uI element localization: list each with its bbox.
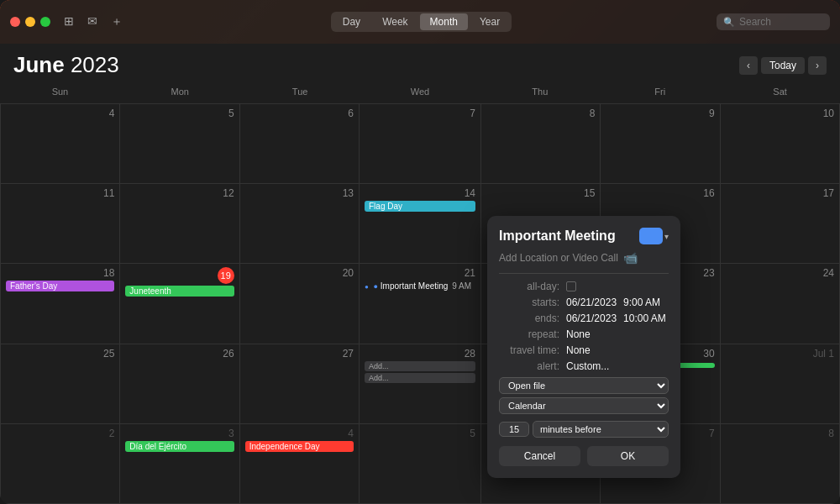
calendar-select[interactable]: Calendar xyxy=(499,397,669,414)
popup-allday-label: all-day: xyxy=(499,281,559,292)
cell-june-6[interactable]: 6 xyxy=(240,104,360,184)
cell-june-4[interactable]: 4 xyxy=(1,104,120,184)
popup-cancel-button[interactable]: Cancel xyxy=(499,446,580,466)
alert-minutes-input[interactable] xyxy=(499,422,529,437)
event-important-meeting[interactable]: ● Important Meeting 9 AM xyxy=(365,281,475,291)
cell-june-13[interactable]: 13 xyxy=(240,184,360,264)
month-title: June 2023 xyxy=(13,52,119,78)
maximize-button[interactable] xyxy=(40,17,50,27)
cell-jul-5[interactable]: 5 xyxy=(360,424,481,504)
cell-june-7[interactable]: 7 xyxy=(360,104,481,184)
day-header-wed: Wed xyxy=(360,83,480,100)
popup-travel-value[interactable]: None xyxy=(566,344,591,356)
allday-checkbox[interactable] xyxy=(566,281,576,291)
next-month-button[interactable]: › xyxy=(808,56,827,75)
date-2b: 2 xyxy=(6,428,114,439)
tab-month[interactable]: Month xyxy=(420,13,468,30)
cell-june-9[interactable]: 9 xyxy=(601,104,720,184)
cell-june-21[interactable]: 21 ● Important Meeting 9 AM xyxy=(360,264,481,344)
cell-june-18[interactable]: 18 Father's Day xyxy=(1,264,120,344)
nav-buttons: ‹ Today › xyxy=(739,56,827,75)
tab-day[interactable]: Day xyxy=(333,13,370,30)
event-add-28: Add... xyxy=(365,361,475,371)
date-4b: 4 xyxy=(245,428,354,439)
cell-june-17[interactable]: 17 xyxy=(721,184,840,264)
popup-travel-row: travel time: None xyxy=(499,344,669,356)
popup-header: Important Meeting ▾ xyxy=(499,228,669,244)
date-13: 13 xyxy=(245,187,354,199)
popup-divider-1 xyxy=(499,273,669,274)
day-headers: Sun Mon Tue Wed Thu Fri Sat xyxy=(0,83,840,104)
date-28: 28 xyxy=(365,348,475,360)
cell-june-12[interactable]: 12 xyxy=(120,184,239,264)
date-7: 7 xyxy=(365,108,475,119)
cell-june-10[interactable]: 10 xyxy=(721,104,840,184)
date-8b: 8 xyxy=(726,428,834,439)
popup-color-button[interactable] xyxy=(639,228,663,244)
cell-jul-8[interactable]: 8 xyxy=(721,424,840,504)
date-27: 27 xyxy=(245,348,354,360)
search-bar[interactable]: 🔍 xyxy=(717,13,830,30)
cell-jul-2[interactable]: 2 xyxy=(1,424,120,504)
popup-location-row: Add Location or Video Call 📹 xyxy=(499,251,669,265)
event-fathers-day[interactable]: Father's Day xyxy=(6,281,114,291)
search-input[interactable] xyxy=(739,16,823,28)
popup-alert-value[interactable]: Custom... xyxy=(566,360,609,372)
cell-june-14[interactable]: 14 Flag Day xyxy=(360,184,481,264)
cell-june-5[interactable]: 5 xyxy=(120,104,239,184)
popup-color-dropdown[interactable]: ▾ xyxy=(664,232,669,241)
cell-june-8[interactable]: 8 xyxy=(481,104,601,184)
event-juneteenth[interactable]: Juneteenth xyxy=(125,286,234,297)
popup-alert-label: alert: xyxy=(499,360,559,372)
cell-june-24[interactable]: 24 xyxy=(721,264,840,344)
popup-repeat-label: repeat: xyxy=(499,328,559,340)
cell-june-25[interactable]: 25 xyxy=(1,344,120,424)
popup-location-text[interactable]: Add Location or Video Call xyxy=(499,252,618,264)
popup-ends-time[interactable]: 10:00 AM xyxy=(623,312,666,324)
cell-june-20[interactable]: 20 xyxy=(240,264,360,344)
date-jul1: Jul 1 xyxy=(726,348,834,360)
alert-unit-select[interactable]: minutes before xyxy=(533,421,669,438)
event-flag-day[interactable]: Flag Day xyxy=(365,201,475,212)
day-header-tue: Tue xyxy=(240,83,360,100)
today-button[interactable]: Today xyxy=(761,57,805,74)
title-bar: ⊞ ✉ ＋ Day Week Month Year 🔍 xyxy=(0,0,840,44)
popup-repeat-value[interactable]: None xyxy=(566,328,591,340)
minimize-button[interactable] xyxy=(25,17,35,27)
view-tabs: Day Week Month Year xyxy=(331,12,512,32)
date-16: 16 xyxy=(606,187,714,199)
cell-jul-3[interactable]: 3 Día del Ejército xyxy=(120,424,239,504)
popup-ok-button[interactable]: OK xyxy=(587,446,669,466)
event-dia-ejercito[interactable]: Día del Ejército xyxy=(125,441,234,452)
cell-june-27[interactable]: 27 xyxy=(240,344,360,424)
cell-june-26[interactable]: 26 xyxy=(120,344,239,424)
date-8: 8 xyxy=(486,108,595,119)
day-header-fri: Fri xyxy=(600,83,720,100)
video-icon[interactable]: 📹 xyxy=(623,251,638,265)
popup-buttons: Cancel OK xyxy=(499,446,669,466)
add-event-icon[interactable]: ＋ xyxy=(108,11,126,33)
popup-starts-time[interactable]: 9:00 AM xyxy=(623,297,660,308)
close-button[interactable] xyxy=(10,17,20,27)
popup-ends-label: ends: xyxy=(499,312,559,324)
cell-jul-1[interactable]: Jul 1 xyxy=(721,344,840,424)
cell-jul-4[interactable]: 4 Independence Day xyxy=(240,424,360,504)
date-26: 26 xyxy=(125,348,234,360)
open-file-select[interactable]: Open file xyxy=(499,377,669,394)
sidebar-icon[interactable]: ⊞ xyxy=(60,11,77,33)
popup-starts-label: starts: xyxy=(499,297,559,308)
inbox-icon[interactable]: ✉ xyxy=(84,11,101,33)
popup-ends-date[interactable]: 06/21/2023 xyxy=(566,312,617,324)
popup-starts-date[interactable]: 06/21/2023 xyxy=(566,297,617,308)
date-5: 5 xyxy=(125,108,234,119)
event-independence-day[interactable]: Independence Day xyxy=(245,441,354,452)
date-20: 20 xyxy=(245,267,354,279)
popup-ends-row: ends: 06/21/2023 10:00 AM xyxy=(499,312,669,324)
cell-june-28[interactable]: 28 Add... Add... xyxy=(360,344,481,424)
cell-june-19[interactable]: 19 Juneteenth xyxy=(120,264,239,344)
tab-year[interactable]: Year xyxy=(470,13,510,30)
prev-month-button[interactable]: ‹ xyxy=(739,56,758,75)
tab-week[interactable]: Week xyxy=(372,13,417,30)
date-15: 15 xyxy=(486,187,595,199)
cell-june-11[interactable]: 11 xyxy=(1,184,120,264)
